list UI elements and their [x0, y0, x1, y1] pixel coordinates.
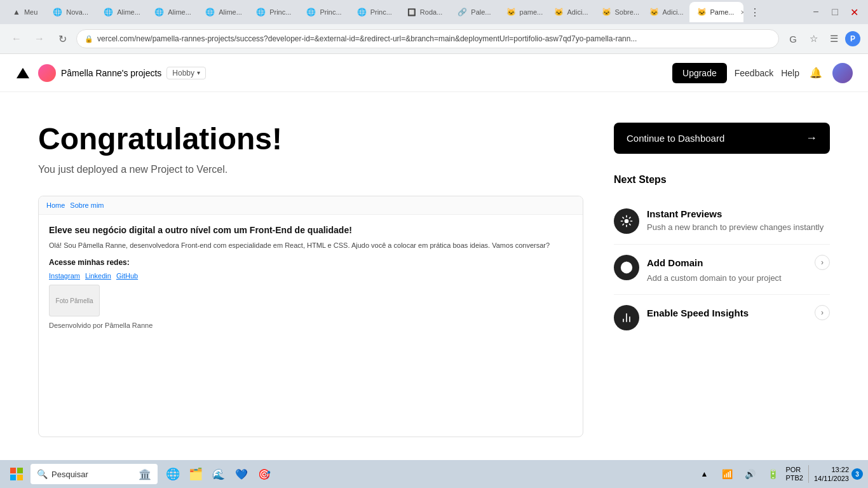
right-section: Continue to Dashboard → Next Steps: [614, 123, 830, 437]
browser-tab[interactable]: 🐱 pame...: [499, 2, 546, 22]
url-text: vercel.com/new/pamella-rannes-projects/s…: [97, 34, 771, 43]
step-header: Instant Previews: [647, 208, 830, 219]
upgrade-button[interactable]: Upgrade: [672, 63, 727, 83]
app-container: Pâmella Ranne's projects Hobby ▾ Upgrade…: [0, 54, 868, 461]
instant-previews-description: Push a new branch to preview changes ins…: [647, 222, 830, 233]
minimize-button[interactable]: −: [807, 3, 825, 21]
tab-icon: 🐱: [554, 8, 564, 17]
preview-description: Olá! Sou Pâmella Ranne, desenvolvedora F…: [49, 240, 573, 251]
browser-tab[interactable]: 🌐 Alime...: [198, 2, 248, 22]
add-domain-icon: [614, 255, 639, 280]
add-domain-arrow-icon[interactable]: ›: [815, 255, 830, 270]
tab-close-icon[interactable]: ✕: [740, 9, 743, 16]
tab-icon: 🔲: [407, 8, 416, 17]
preview-photo: Foto Pâmella: [49, 285, 100, 316]
plan-label: Hobby: [172, 69, 194, 78]
continue-button-label: Continue to Dashboard: [627, 133, 724, 144]
feedback-link[interactable]: Feedback: [735, 68, 773, 78]
next-steps-section: Next Steps Instant Previews Push a new b: [614, 174, 830, 341]
taskbar: 🔍 Pesquisar 🏛️ 🌐 🗂️ 🌊 💙 🎯 ▲ 📶 🔊 🔋 PORPTB…: [0, 460, 868, 461]
tab-label: Meu: [24, 8, 37, 16]
preview-linkedin-link[interactable]: Linkedin: [85, 272, 111, 280]
speed-insights-arrow-icon[interactable]: ›: [815, 305, 830, 320]
browser-nav-icons: G ☆ ☰ P: [784, 30, 860, 48]
maximize-button[interactable]: □: [826, 3, 844, 21]
project-name: Pâmella Ranne's projects: [61, 68, 161, 78]
browser-tab[interactable]: 🐱 Adici...: [546, 2, 594, 22]
tab-label: Princ...: [269, 8, 291, 16]
browser-tab[interactable]: 🐱 Sobre...: [594, 2, 642, 22]
browser-tab[interactable]: 🐱 Adici...: [642, 2, 689, 22]
tab-label: pame...: [520, 8, 543, 16]
browser-tab[interactable]: 🌐 Princ...: [349, 2, 400, 22]
preview-nav-home[interactable]: Home: [46, 201, 65, 209]
arrow-right-icon: →: [806, 132, 817, 145]
browser-tab[interactable]: 🌐 Nova...: [45, 2, 96, 22]
congratulations-subtitle: You just deployed a new Project to Verce…: [38, 164, 583, 175]
preview-dev-credit: Desenvolvido por Pâmella Ranne: [49, 322, 573, 329]
add-domain-description: Add a custom domain to your project: [647, 273, 830, 284]
browser-tab[interactable]: 🌐 Alime...: [96, 2, 147, 22]
preview-hero-text: Eleve seu negócio digital a outro nível …: [49, 225, 573, 235]
browser-tab[interactable]: 🌐 Princ...: [248, 2, 299, 22]
next-steps-title: Next Steps: [614, 174, 830, 186]
back-button[interactable]: ←: [8, 30, 25, 48]
tab-label: Sobre...: [615, 8, 640, 16]
tab-label: Alime...: [117, 8, 140, 16]
vercel-logo[interactable]: [15, 65, 31, 81]
project-info: Pâmella Ranne's projects Hobby ▾: [38, 64, 665, 82]
tab-icon: 🐱: [697, 8, 707, 17]
browser-tab[interactable]: 🌐 Alime...: [147, 2, 198, 22]
main-content: Congratulations! You just deployed a new…: [0, 92, 868, 461]
tab-label: Princ...: [370, 8, 392, 16]
tab-icon: 🐱: [506, 8, 516, 17]
step-speed-insights[interactable]: Enable Speed Insights ›: [614, 295, 830, 341]
lock-icon: 🔒: [85, 35, 93, 43]
header-actions: Upgrade Feedback Help 🔔: [672, 63, 853, 83]
continue-to-dashboard-button[interactable]: Continue to Dashboard →: [614, 123, 830, 154]
browser-profile-avatar[interactable]: P: [845, 31, 860, 46]
browser-tab[interactable]: 🔗 Pale...: [450, 2, 498, 22]
project-avatar: [38, 64, 56, 82]
reload-button[interactable]: ↻: [53, 30, 71, 48]
address-bar[interactable]: 🔒 vercel.com/new/pamella-rannes-projects…: [76, 29, 779, 48]
browser-navigation: ← → ↻ 🔒 vercel.com/new/pamella-rannes-pr…: [0, 24, 868, 53]
speed-insights-title: Enable Speed Insights: [647, 308, 749, 318]
preview-networks-title: Acesse minhas redes:: [49, 258, 573, 267]
preview-github-link[interactable]: GitHub: [116, 272, 138, 280]
tab-label: Adici...: [663, 8, 684, 16]
chevron-down-icon: ▾: [197, 69, 200, 76]
step-add-domain-content: Add Domain › Add a custom domain to your…: [647, 255, 830, 284]
svg-point-0: [625, 220, 628, 223]
instant-previews-title: Instant Previews: [647, 208, 722, 219]
tab-icon: 🔗: [458, 8, 467, 17]
forward-button[interactable]: →: [31, 30, 48, 48]
browser-chrome: ▲ Meu 🌐 Nova... 🌐 Alime... 🌐 Alime... 🌐 …: [0, 0, 868, 54]
user-avatar[interactable]: [832, 63, 853, 83]
preview-nav-about[interactable]: Sobre mim: [70, 201, 104, 209]
browser-tab[interactable]: 🌐 Princ...: [299, 2, 349, 22]
tab-label: Roda...: [420, 8, 442, 16]
bookmark-icon[interactable]: ☆: [804, 30, 822, 48]
browser-tab-active[interactable]: 🐱 Pame... ✕: [689, 2, 743, 22]
help-link[interactable]: Help: [781, 68, 799, 78]
speed-insights-icon: [614, 305, 639, 330]
plan-badge[interactable]: Hobby ▾: [166, 67, 206, 79]
tab-label: Adici...: [567, 8, 588, 16]
browser-tab[interactable]: 🔲 Roda...: [400, 2, 450, 22]
more-tabs-button[interactable]: ⋮: [746, 3, 764, 21]
step-speed-insights-content: Enable Speed Insights ›: [647, 305, 830, 323]
tab-label: Pale...: [471, 8, 491, 16]
close-window-button[interactable]: ✕: [845, 3, 863, 21]
tab-label: Nova...: [66, 8, 88, 16]
tab-icon: 🌐: [104, 8, 113, 17]
notifications-icon[interactable]: 🔔: [807, 64, 825, 82]
profile-menu-icon[interactable]: ☰: [825, 30, 843, 48]
tab-icon: 🌐: [53, 8, 62, 17]
preview-instagram-link[interactable]: Instagram: [49, 272, 80, 280]
step-add-domain[interactable]: Add Domain › Add a custom domain to your…: [614, 245, 830, 295]
browser-tab[interactable]: ▲ Meu: [5, 2, 45, 22]
preview-container: Home Sobre mim Eleve seu negócio digital…: [38, 196, 583, 437]
google-icon[interactable]: G: [784, 30, 802, 48]
preview-social-links: Instagram Linkedin GitHub: [49, 272, 573, 280]
